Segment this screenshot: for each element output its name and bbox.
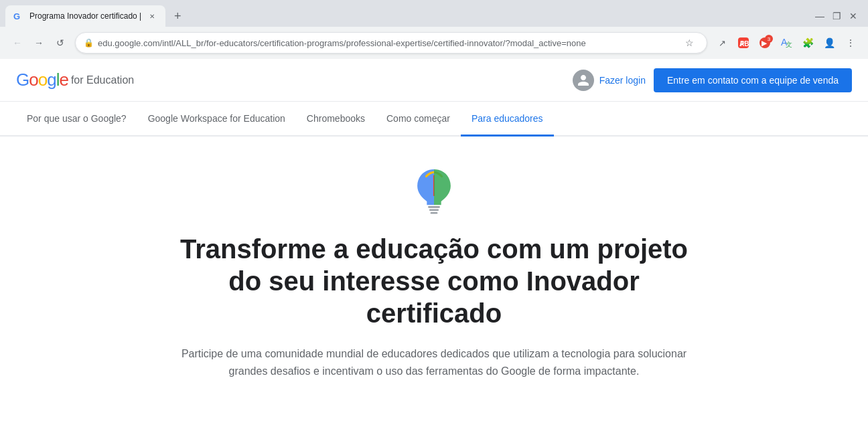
bookmark-button[interactable]: ☆: [680, 33, 699, 52]
svg-rect-11: [431, 212, 438, 214]
nav-buttons: ← → ↺: [8, 33, 70, 52]
site-header: Google for Education Fazer login Entre e…: [0, 59, 868, 102]
login-button[interactable]: Fazer login: [573, 70, 646, 91]
svg-rect-10: [429, 209, 439, 211]
hero-title: Transforme a educação com um projeto do …: [166, 233, 702, 329]
lightbulb-icon: [407, 163, 461, 217]
hero-section: Transforme a educação com um projeto do …: [133, 137, 735, 393]
back-button[interactable]: ←: [8, 33, 27, 52]
google-logo: Google: [16, 70, 68, 90]
translate-extension[interactable]: A 文: [777, 33, 796, 52]
lock-icon: 🔒: [84, 38, 94, 48]
omnibox-actions: ☆: [680, 33, 699, 52]
profile-button[interactable]: 👤: [820, 33, 839, 52]
nav-item-chromebooks[interactable]: Chromebooks: [296, 102, 376, 137]
red-extension[interactable]: ▶ 3: [755, 33, 774, 52]
url-protocol: edu.google.com: [98, 38, 160, 48]
nav-item-how-to-start[interactable]: Como começar: [376, 102, 461, 137]
extensions-button[interactable]: 🧩: [798, 33, 817, 52]
maximize-button[interactable]: ❐: [833, 11, 841, 21]
login-label: Fazer login: [599, 75, 646, 86]
forward-button[interactable]: →: [29, 33, 48, 52]
tab-title: Programa Inovador certificado |: [29, 11, 141, 21]
logo-area: Google for Education: [16, 70, 134, 90]
toolbar-extensions: ↗ AB P ▶ 3 A 文: [713, 33, 860, 52]
omnibox-bar: ← → ↺ 🔒 edu.google.com/intl/ALL_br/for-e…: [0, 27, 868, 59]
url-path: /intl/ALL_br/for-educators/certification…: [160, 38, 586, 48]
url-display: edu.google.com/intl/ALL_br/for-educators…: [98, 38, 676, 48]
ext-badge: 3: [765, 35, 773, 43]
tab-favicon: G: [13, 11, 24, 21]
svg-text:G: G: [13, 11, 20, 21]
abp-extension[interactable]: AB P: [734, 33, 753, 52]
minimize-button[interactable]: —: [815, 11, 824, 21]
nav-item-workspace[interactable]: Google Workspace for Education: [137, 102, 296, 137]
account-icon: [573, 70, 594, 91]
new-tab-button[interactable]: +: [168, 7, 187, 25]
address-bar[interactable]: 🔒 edu.google.com/intl/ALL_br/for-educato…: [75, 32, 707, 54]
page-content: Google for Education Fazer login Entre e…: [0, 59, 868, 393]
nav-item-why-google[interactable]: Por que usar o Google?: [16, 102, 137, 137]
tab-close-button[interactable]: ✕: [147, 11, 157, 21]
svg-text:P: P: [740, 40, 745, 48]
site-nav: Por que usar o Google? Google Workspace …: [0, 102, 868, 137]
svg-text:文: 文: [786, 41, 792, 48]
close-button[interactable]: ✕: [849, 11, 857, 21]
reload-button[interactable]: ↺: [51, 33, 70, 52]
hero-description: Participe de uma comunidade mundial de e…: [173, 345, 695, 379]
svg-rect-9: [428, 206, 440, 208]
contact-sales-button[interactable]: Entre em contato com a equipe de venda: [654, 68, 852, 92]
menu-button[interactable]: ⋮: [841, 33, 860, 52]
share-button[interactable]: ↗: [713, 33, 731, 52]
window-controls: — ❐ ✕: [815, 11, 863, 21]
logo-suffix: for Education: [71, 74, 134, 86]
browser-tab[interactable]: G Programa Inovador certificado | ✕: [5, 5, 165, 27]
header-actions: Fazer login Entre em contato com a equip…: [573, 68, 852, 92]
nav-item-for-educators[interactable]: Para educadores: [461, 102, 554, 137]
